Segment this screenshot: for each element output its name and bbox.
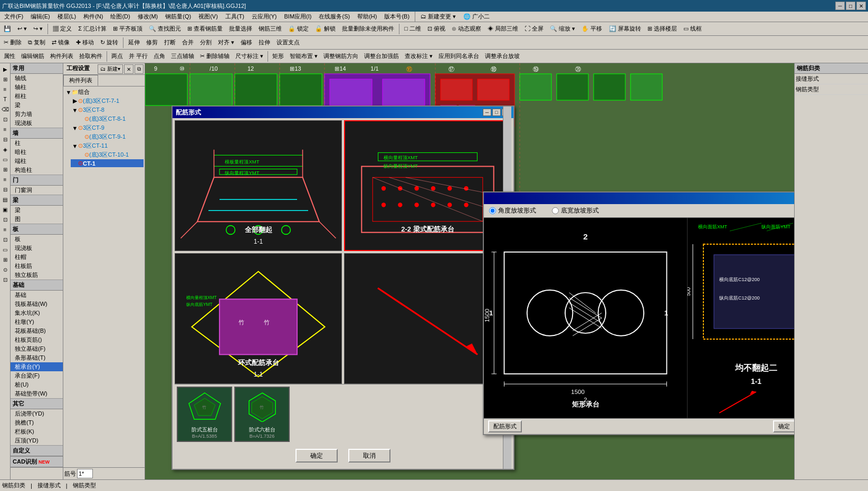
btn-props[interactable]: 属性 [1, 51, 18, 62]
radio-angle[interactable]: 角度放坡形式 [489, 206, 536, 215]
tree-ct11[interactable]: ▼ ⊙ 3区CT-11 [71, 141, 144, 150]
menu-cloud[interactable]: 云应用(Y) [249, 12, 280, 21]
btn-stretch[interactable]: 拉伸 [256, 37, 273, 49]
btn-merge[interactable]: 合并 [179, 37, 196, 49]
tree-ct8-1[interactable]: ⊙ (底)3区CT-8-1 [77, 114, 144, 123]
copy-prj-btn[interactable]: ⧉ [135, 64, 144, 74]
btn-topview[interactable]: ⊡ 俯视 [425, 23, 448, 35]
item-pillar[interactable]: 柱 [11, 139, 63, 148]
btn-copy[interactable]: ⧉ 复制 [25, 37, 48, 49]
item-endpillar[interactable]: 端柱 [11, 157, 63, 166]
btn-complist[interactable]: 构件列表 [47, 51, 76, 62]
btn-find[interactable]: 🔍 查找图元 [146, 23, 184, 35]
btn-smartlay[interactable]: 智能布置 ▾ [287, 51, 320, 62]
btn-unlock[interactable]: 🔓 解锁 [312, 23, 338, 35]
side-btn-10[interactable]: ▭ [1, 155, 10, 164]
minimize-btn[interactable]: ─ [835, 2, 845, 10]
item-capbeam[interactable]: 承台梁(F) [11, 371, 63, 380]
config-pejin-btn[interactable]: 配筋形式 [488, 420, 522, 432]
item-doorwin[interactable]: 门窗洞 [11, 186, 63, 195]
btn-parallel[interactable]: 并 平行 [126, 51, 150, 62]
side-btn-22[interactable]: ⊡ [1, 275, 10, 284]
radio-basewidth-input[interactable] [552, 207, 559, 214]
side-btn-18[interactable]: ⊡ [1, 235, 10, 244]
tree-ct9-1[interactable]: ⊙ (底)3区CT-9-1 [77, 132, 144, 141]
side-btn-11[interactable]: ⊞ [1, 165, 10, 174]
btn-split[interactable]: 分割 [197, 37, 214, 49]
menu-file[interactable]: 文件(F) [1, 12, 26, 21]
item-raftfound[interactable]: 筏板基础(W) [11, 300, 63, 309]
btn-dynobs[interactable]: ⊙ 动态观察 [449, 23, 484, 35]
btn-align[interactable]: 对齐 ▾ [215, 37, 237, 49]
side-btn-21[interactable]: ⊙ [1, 265, 10, 274]
side-btn-3[interactable]: ≡ [1, 84, 10, 94]
menu-tools[interactable]: 工具(T) [222, 12, 247, 21]
item-indslab[interactable]: 独立板筋 [11, 271, 63, 280]
btn-calc[interactable]: Σ 汇总计算 [75, 23, 109, 35]
side-btn-5[interactable]: ⌫ [1, 104, 10, 114]
side-btn-6[interactable]: ⊡ [1, 114, 10, 124]
btn-offset[interactable]: 偏移 [238, 37, 255, 49]
btn-chgmark[interactable]: 查改标注 ▾ [402, 51, 435, 62]
btn-lock[interactable]: 🔒 锁定 [285, 23, 311, 35]
btn-2d[interactable]: □ 二维 [402, 23, 424, 35]
tab-complist[interactable]: 构件列表 [63, 75, 98, 86]
btn-wireframe[interactable]: ▭ 线框 [681, 23, 704, 35]
scroll-item-1[interactable]: 竹 阶式五桩台 B=A/1.5385 [177, 387, 232, 442]
item-pilecap[interactable]: 桩承台(Y) [11, 362, 63, 371]
side-btn-8[interactable]: ⊟ [1, 134, 10, 144]
btn-pickcomp[interactable]: 拾取构件 [77, 51, 105, 62]
item-postcaststrip[interactable]: 后浇带(YD) [11, 409, 63, 418]
modal-pejin-minimize[interactable]: ─ [483, 109, 491, 116]
tree-ct8[interactable]: ▼ ⊙ 3区CT-8 [71, 105, 144, 114]
btn-setpivot[interactable]: 设置支点 [274, 37, 302, 49]
btn-3ptaux[interactable]: 三点辅轴 [168, 51, 197, 62]
side-btn-17[interactable]: ≡ [1, 225, 10, 234]
btn-rotate2[interactable]: ↻ 旋转 [98, 37, 121, 49]
btn-batchsel[interactable]: 批量选择 [226, 23, 255, 35]
modal-pejin-cancel[interactable]: 取消 [348, 449, 390, 463]
btn-rotate[interactable]: 🔄 屏幕旋转 [606, 23, 644, 35]
menu-help[interactable]: 帮助(H) [354, 12, 380, 21]
btn-flatboard[interactable]: ⊞ 平齐板顶 [110, 23, 145, 35]
btn-fullscr[interactable]: ⛶ 全屏 [522, 23, 546, 35]
side-btn-4[interactable]: T [1, 94, 10, 104]
tree-ct9[interactable]: ▼ ⊙ 3区CT-9 [71, 123, 144, 132]
close-btn[interactable]: ✕ [856, 2, 866, 10]
tree-ct1[interactable]: ⊙ CT-1 [71, 159, 144, 167]
tree-ct7-1[interactable]: ▶ ⊙ (底)3区CT-7-1 [71, 97, 144, 105]
side-btn-15[interactable]: ▣ [1, 205, 10, 214]
btn-zoom[interactable]: 🔍 缩放 ▾ [547, 23, 578, 35]
side-btn-14[interactable]: ▤ [1, 195, 10, 204]
menu-assistant[interactable]: 🌐 广小二 [460, 12, 493, 21]
side-btn-2[interactable]: ⊞ [1, 74, 10, 84]
btn-editrebar[interactable]: 编辑钢筋 [18, 51, 47, 62]
item-beam[interactable]: 梁 [11, 101, 63, 110]
btn-applyname[interactable]: 应用到同名承台 [436, 51, 482, 62]
btn-delete[interactable]: ✂ 删除 [1, 37, 24, 49]
item-indfound[interactable]: 独立基础(F) [11, 344, 63, 353]
side-btn-1[interactable]: ▶ [1, 64, 10, 74]
scroll-item-2[interactable]: 竹 阶式六桩台 B=A/1.7326 [234, 387, 290, 442]
maximize-btn[interactable]: □ [846, 2, 855, 10]
rebar-input[interactable] [77, 469, 93, 478]
btn-redo[interactable]: ↪ ▾ [31, 23, 45, 35]
item-stripfound[interactable]: 条形基础(T) [11, 353, 63, 362]
btn-local3d[interactable]: ◈ 局部三维 [485, 23, 521, 35]
item-beam2[interactable]: 梁 [11, 206, 63, 215]
item-colslab[interactable]: 柱板筋 [11, 262, 63, 271]
menu-version[interactable]: 版本号(B) [381, 12, 413, 21]
btn-adjrebar[interactable]: 调整钢筋方向 [321, 51, 361, 62]
btn-extend[interactable]: 延伸 [126, 37, 142, 49]
menu-floor[interactable]: 楼层(L) [54, 12, 79, 21]
tree-組合[interactable]: ▼ 📁 组合 [64, 88, 144, 97]
modal-cell-2[interactable]: 竹 竹 横向量程顶XMT 纵向底筋YMT 环式配筋承台 1-1 [175, 253, 342, 384]
radio-basewidth[interactable]: 底宽放坡形式 [552, 206, 599, 215]
side-btn-20[interactable]: ⊞ [1, 255, 10, 264]
new-btn[interactable]: 🗂 新建▾ [98, 64, 123, 74]
item-foundpad[interactable]: 基础垫带(W) [11, 389, 63, 398]
modal-pejin-maximize[interactable]: □ [492, 109, 501, 116]
menu-online[interactable]: 在线服务(S) [316, 12, 353, 21]
item-platfound[interactable]: 花板基础(B) [11, 326, 63, 335]
menu-draw[interactable]: 绘图(D) [107, 12, 133, 21]
